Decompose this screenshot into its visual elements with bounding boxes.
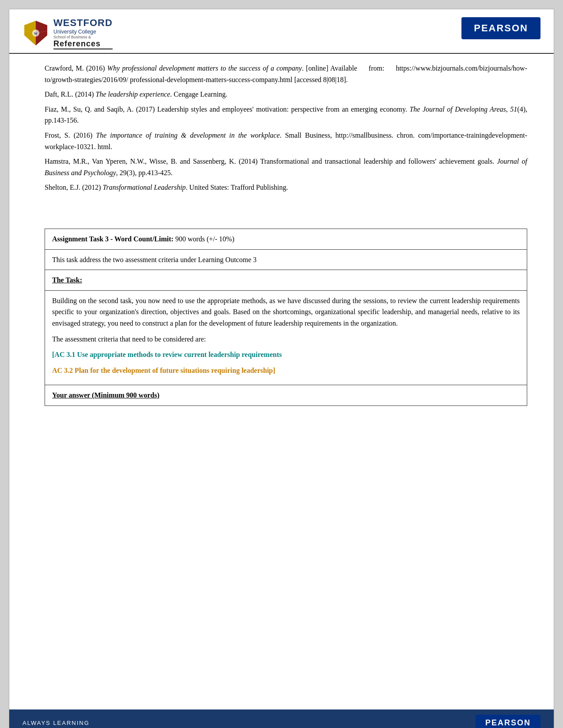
header-left: W WESTFORD University College School of … [23,17,113,49]
task-section: The Task: [45,270,527,291]
your-answer-label: Your answer (Minimum 900 words) [52,391,159,399]
westford-name: WESTFORD [53,17,113,29]
svg-text:W: W [34,32,38,36]
reference-2: Daft, R.L. (2014) The leadership experie… [45,89,527,100]
task-description: This task address the two assessment cri… [52,256,257,263]
main-content: Crawford, M. (2016) Why professional dev… [9,54,554,709]
reference-4: Frost, S. (2016) The importance of train… [45,130,527,152]
task-description-row: This task address the two assessment cri… [45,250,527,270]
westford-emblem: W [23,20,49,46]
task-paragraph-1: Building on the second task, you now nee… [52,295,520,329]
reference-1: Crawford, M. (2016) Why professional dev… [45,63,527,85]
footer: ALWAYS LEARNING PEARSON [9,709,554,728]
header: W WESTFORD University College School of … [9,9,554,54]
references-label: References [53,39,113,49]
task-title: Assignment Task 3 - Word Count/Limit: 90… [52,235,234,243]
reference-5: Hamstra, M.R., Van Yperen, N.W., Wisse, … [45,156,527,178]
pearson-badge-footer: PEARSON [476,715,540,728]
reference-6: Shelton, E.J. (2012) Transformational Le… [45,182,527,193]
task-header-row: Assignment Task 3 - Word Count/Limit: 90… [45,229,527,250]
page: W WESTFORD University College School of … [9,9,554,728]
your-answer-section: Your answer (Minimum 900 words) [45,385,527,405]
word-count: 900 words (+/- 10%) [175,235,234,243]
task-paragraph-2: The assessment criteria that need to be … [52,334,520,345]
task-label: The Task: [52,276,82,284]
westford-text-block: WESTFORD University College School of Bu… [53,17,113,49]
spacer [45,202,527,229]
always-learning-label: ALWAYS LEARNING [23,720,90,726]
pearson-badge-header: PEARSON [461,17,540,39]
reference-3: Fiaz, M., Su, Q. and Saqib, A. (2017) Le… [45,104,527,126]
ac1-text: [AC 3.1 Use appropriate methods to revie… [52,349,520,360]
university-college: University College [53,29,113,35]
references-section: Crawford, M. (2016) Why professional dev… [45,63,527,193]
school-line: School of Business & [53,35,113,39]
ac2-text: AC 3.2 Plan for the development of futur… [52,365,520,376]
assignment-task-box: Assignment Task 3 - Word Count/Limit: 90… [45,229,527,406]
task-body: Building on the second task, you now nee… [45,291,527,385]
